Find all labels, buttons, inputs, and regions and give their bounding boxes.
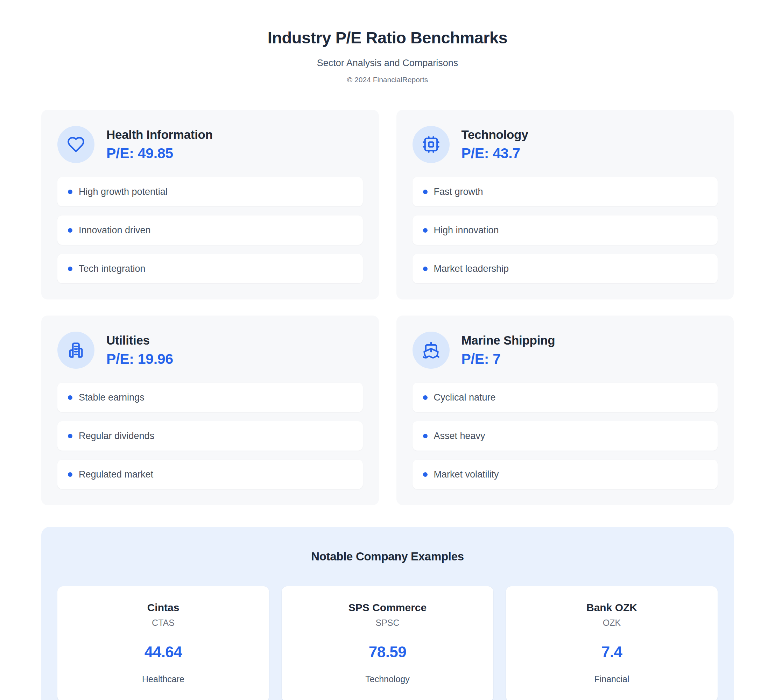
company-sector: Financial: [513, 674, 711, 684]
point-label: Regulated market: [79, 469, 153, 480]
point-label: Stable earnings: [79, 392, 145, 403]
bullet-dot-icon: [423, 434, 427, 438]
point-label: Market leadership: [434, 263, 509, 274]
sector-pe-value: P/E: 49.85: [106, 145, 213, 161]
sector-pe-value: P/E: 7: [461, 351, 555, 367]
company-card: Cintas CTAS 44.64 Healthcare: [57, 586, 269, 700]
sector-pe-value: P/E: 19.96: [106, 351, 173, 367]
sector-name: Health Information: [106, 128, 213, 142]
company-sector: Healthcare: [64, 674, 262, 684]
company-name: Bank OZK: [513, 602, 711, 614]
company-ticker: SPSC: [289, 618, 486, 628]
sector-point-list: Fast growthHigh innovationMarket leaders…: [412, 177, 718, 283]
sector-point-item: Asset heavy: [412, 421, 718, 451]
point-label: Regular dividends: [79, 431, 154, 441]
sector-point-item: Market leadership: [412, 254, 718, 283]
ship-icon: [422, 341, 440, 359]
notable-section-title: Notable Company Examples: [57, 550, 718, 563]
bullet-dot-icon: [68, 190, 72, 194]
sector-card-header: Technology P/E: 43.7: [412, 126, 718, 163]
page-subtitle: Sector Analysis and Comparisons: [0, 58, 775, 68]
company-card: SPS Commerce SPSC 78.59 Technology: [282, 586, 493, 700]
sector-point-item: Fast growth: [412, 177, 718, 206]
company-name: SPS Commerce: [289, 602, 486, 614]
sector-point-item: Tech integration: [57, 254, 363, 283]
sector-card: Health Information P/E: 49.85 High growt…: [41, 110, 379, 299]
sector-card: Marine Shipping P/E: 7 Cyclical natureAs…: [396, 316, 734, 505]
sector-name: Marine Shipping: [461, 333, 555, 348]
bullet-dot-icon: [68, 434, 72, 438]
point-label: High growth potential: [79, 186, 168, 197]
sector-point-item: Cyclical nature: [412, 383, 718, 412]
company-pe-value: 7.4: [513, 643, 711, 661]
bullet-dot-icon: [423, 190, 427, 194]
sector-point-item: Innovation driven: [57, 216, 363, 245]
sector-point-item: High growth potential: [57, 177, 363, 206]
sector-card: Technology P/E: 43.7 Fast growthHigh inn…: [396, 110, 734, 299]
copyright-text: © 2024 FinancialReports: [0, 76, 775, 84]
sector-card-header: Health Information P/E: 49.85: [57, 126, 363, 163]
bullet-dot-icon: [68, 395, 72, 400]
sector-point-item: Regular dividends: [57, 421, 363, 451]
bullet-dot-icon: [68, 266, 72, 271]
sector-card-header: Utilities P/E: 19.96: [57, 332, 363, 369]
sector-point-list: Stable earningsRegular dividendsRegulate…: [57, 383, 363, 489]
sector-pe-value: P/E: 43.7: [461, 145, 528, 161]
company-pe-value: 78.59: [289, 643, 486, 661]
bullet-dot-icon: [68, 472, 72, 477]
sector-name: Utilities: [106, 333, 173, 348]
point-label: Market volatility: [434, 469, 499, 480]
sector-point-list: Cyclical natureAsset heavyMarket volatil…: [412, 383, 718, 489]
point-label: Tech integration: [79, 263, 146, 274]
company-ticker: OZK: [513, 618, 711, 628]
sector-point-list: High growth potentialInnovation drivenTe…: [57, 177, 363, 283]
bullet-dot-icon: [423, 395, 427, 400]
page-title: Industry P/E Ratio Benchmarks: [0, 28, 775, 47]
point-label: Cyclical nature: [434, 392, 496, 403]
sector-point-item: Market volatility: [412, 460, 718, 489]
point-label: Asset heavy: [434, 431, 485, 441]
sector-point-item: High innovation: [412, 216, 718, 245]
company-pe-value: 44.64: [64, 643, 262, 661]
point-label: High innovation: [434, 225, 499, 236]
company-ticker: CTAS: [64, 618, 262, 628]
bullet-dot-icon: [423, 472, 427, 477]
sector-card: Utilities P/E: 19.96 Stable earningsRegu…: [41, 316, 379, 505]
point-label: Innovation driven: [79, 225, 151, 236]
sector-icon-circle: [412, 332, 450, 369]
company-name: Cintas: [64, 602, 262, 614]
page-header: Industry P/E Ratio Benchmarks Sector Ana…: [0, 0, 775, 84]
bullet-dot-icon: [423, 266, 427, 271]
bullet-dot-icon: [68, 228, 72, 233]
building-icon: [67, 341, 85, 359]
sector-name: Technology: [461, 128, 528, 142]
sector-point-item: Regulated market: [57, 460, 363, 489]
company-sector: Technology: [289, 674, 486, 684]
sector-card-header: Marine Shipping P/E: 7: [412, 332, 718, 369]
heart-icon: [67, 135, 85, 154]
cpu-chip-icon: [422, 135, 440, 154]
company-card: Bank OZK OZK 7.4 Financial: [506, 586, 718, 700]
notable-company-section: Notable Company Examples Cintas CTAS 44.…: [41, 527, 734, 700]
point-label: Fast growth: [434, 186, 483, 197]
sector-point-item: Stable earnings: [57, 383, 363, 412]
company-card-row: Cintas CTAS 44.64 Healthcare SPS Commerc…: [57, 586, 718, 700]
sector-grid: Health Information P/E: 49.85 High growt…: [41, 110, 734, 505]
sector-icon-circle: [412, 126, 450, 163]
sector-icon-circle: [57, 126, 95, 163]
bullet-dot-icon: [423, 228, 427, 233]
sector-icon-circle: [57, 332, 95, 369]
